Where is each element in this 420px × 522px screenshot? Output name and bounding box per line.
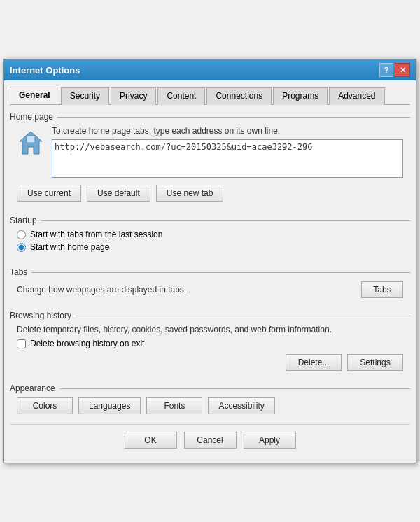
fonts-button[interactable]: Fonts: [146, 397, 202, 414]
startup-tabs-radio[interactable]: [17, 230, 26, 239]
appearance-header: Appearance: [10, 383, 410, 393]
delete-history-checkbox[interactable]: [17, 339, 26, 348]
browsing-history-section: Delete temporary files, history, cookies…: [10, 325, 410, 376]
colors-button[interactable]: Colors: [17, 397, 73, 414]
window-title: Internet Options: [10, 65, 80, 76]
tab-privacy[interactable]: Privacy: [111, 87, 156, 105]
home-page-description: To create home page tabs, type each addr…: [52, 126, 403, 136]
startup-tabs-label: Start with tabs from the last session: [30, 230, 162, 239]
home-page-header: Home page: [10, 112, 410, 122]
settings-button[interactable]: Settings: [347, 354, 403, 371]
help-button[interactable]: ?: [379, 63, 393, 77]
apply-button[interactable]: Apply: [244, 432, 296, 449]
appearance-section: Colors Languages Fonts Accessibility: [10, 397, 410, 420]
tabs-section: Change how webpages are displayed in tab…: [10, 281, 410, 304]
startup-header: Startup: [10, 216, 410, 225]
tab-general[interactable]: General: [10, 87, 59, 104]
browsing-history-header: Browsing history: [10, 311, 410, 320]
title-bar: Internet Options ? ✕: [4, 59, 416, 80]
home-page-section: To create home page tabs, type each addr…: [10, 126, 410, 209]
ok-button[interactable]: OK: [125, 432, 177, 449]
startup-section: Start with tabs from the last session St…: [10, 230, 410, 260]
use-new-tab-button[interactable]: Use new tab: [156, 185, 224, 202]
tab-security[interactable]: Security: [61, 87, 109, 105]
use-default-button[interactable]: Use default: [87, 185, 150, 202]
tab-content[interactable]: Content: [158, 87, 205, 105]
tab-advanced[interactable]: Advanced: [329, 87, 384, 105]
home-page-url-input[interactable]: http://vebasearch.com/?uc=20150325&uid=a…: [52, 139, 403, 178]
bottom-button-bar: OK Cancel Apply: [10, 424, 410, 457]
delete-history-label: Delete browsing history on exit: [30, 339, 144, 348]
startup-home-radio[interactable]: [17, 243, 26, 252]
tabs-description: Change how webpages are displayed in tab…: [17, 285, 186, 295]
accessibility-button[interactable]: Accessibility: [208, 397, 274, 414]
cancel-button[interactable]: Cancel: [184, 432, 237, 449]
tabs-section-header: Tabs: [10, 267, 410, 277]
languages-button[interactable]: Languages: [78, 397, 141, 414]
close-button[interactable]: ✕: [395, 63, 410, 77]
tab-programs[interactable]: Programs: [273, 87, 328, 105]
tab-bar: General Security Privacy Content Connect…: [10, 86, 410, 105]
tab-connections[interactable]: Connections: [206, 87, 272, 105]
svg-rect-1: [27, 136, 35, 143]
history-description: Delete temporary files, history, cookies…: [17, 325, 403, 334]
tabs-button[interactable]: Tabs: [361, 281, 403, 298]
use-current-button[interactable]: Use current: [17, 185, 81, 202]
delete-button[interactable]: Delete...: [286, 354, 342, 371]
startup-home-label: Start with home page: [30, 242, 109, 252]
house-icon: [17, 129, 45, 157]
